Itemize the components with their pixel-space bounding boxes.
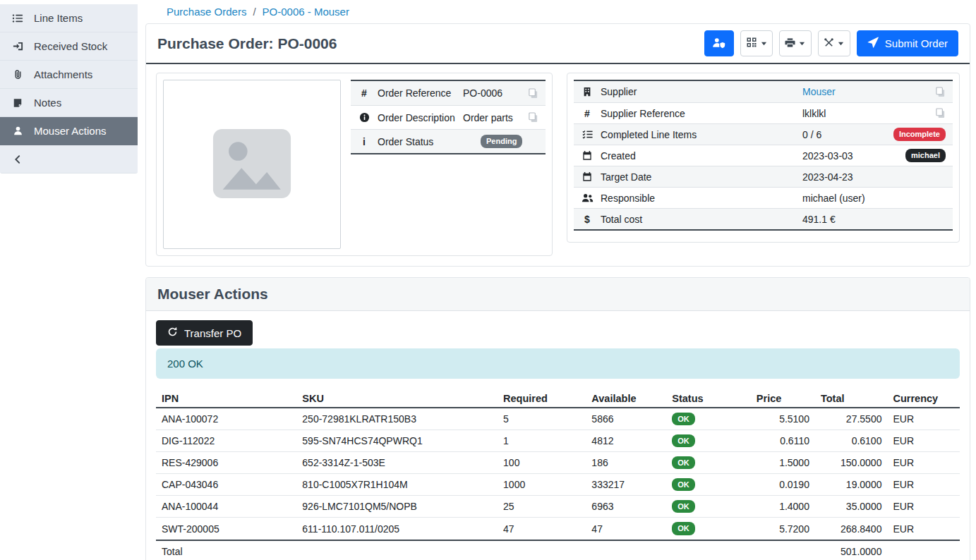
column-header-available: Available [586, 390, 666, 408]
copy-button[interactable] [935, 87, 946, 97]
detail-value: Order parts [463, 112, 521, 123]
breadcrumb: Purchase Orders / PO-0006 - Mouser [145, 0, 976, 23]
page-title: Purchase Order: PO-0006 [157, 35, 337, 52]
cell-total: 268.8400 [815, 518, 888, 540]
column-header-sku: SKU [296, 390, 498, 408]
calendar-icon [581, 150, 594, 161]
cell-status: OK [666, 496, 751, 518]
cell-required: 100 [498, 452, 586, 474]
parts-table-foot: Total501.0000 [156, 540, 960, 560]
cell-sku: 595-SN74HCS74QPWRQ1 [296, 430, 498, 452]
supplier-details-table: SupplierMouser#Supplier Referencelklklkl… [574, 80, 953, 231]
send-icon [867, 37, 879, 50]
supplier-link[interactable]: Mouser [802, 86, 836, 97]
cell-currency: EUR [887, 430, 960, 452]
detail-value: 0 / 6 [802, 129, 886, 140]
paperclip-icon [11, 69, 24, 80]
cell-total: 27.5500 [815, 408, 888, 430]
order-image-placeholder [163, 80, 341, 249]
barcode-actions-button[interactable] [740, 30, 773, 56]
supplier-details-box: SupplierMouser#Supplier Referencelklklkl… [567, 73, 960, 243]
cell-ipn: CAP-043046 [156, 474, 296, 496]
detail-value: michael (user) [802, 193, 946, 204]
column-header-status: Status [666, 390, 751, 408]
transfer-po-button[interactable]: Transfer PO [156, 320, 253, 346]
submit-order-label: Submit Order [885, 37, 948, 49]
cell-ipn: RES-429006 [156, 452, 296, 474]
detail-label: Order Description [378, 112, 456, 123]
cell-sku: 810-C1005X7R1H104M [296, 474, 498, 496]
cell-required: 1 [498, 430, 586, 452]
copy-button[interactable] [528, 112, 538, 123]
status-ok-badge: OK [672, 500, 695, 513]
mouser-actions-panel: Mouser Actions Transfer PO 200 OK IPNSKU… [145, 277, 970, 560]
cell-ipn: ANA-100044 [156, 496, 296, 518]
cell-total: 150.0000 [815, 452, 888, 474]
detail-row: Completed Line Items0 / 6Incomplete [574, 123, 953, 145]
user-actions-button[interactable] [704, 30, 734, 56]
cell-price: 0.6110 [751, 430, 815, 452]
sidebar-item-label: Line Items [34, 12, 83, 24]
detail-label: Responsible [601, 193, 795, 204]
detail-row: Target Date2023-04-23 [574, 166, 953, 187]
status-ok-badge: OK [672, 413, 695, 425]
cell-ipn: ANA-100072 [156, 408, 296, 430]
sidebar-item-mouser-actions[interactable]: Mouser Actions [0, 117, 138, 145]
cell-currency: EUR [887, 474, 960, 496]
order-details-table: #Order ReferencePO-0006Order Description… [351, 80, 546, 154]
list-check-icon [581, 129, 594, 140]
po-header: Purchase Order: PO-0006 [146, 24, 970, 64]
order-summary-box: #Order ReferencePO-0006Order Description… [156, 73, 553, 256]
status-ok-badge: OK [672, 434, 695, 447]
column-header-required: Required [498, 390, 586, 408]
user-shield-icon [712, 37, 725, 51]
total-row: Total501.0000 [156, 540, 960, 560]
tools-icon [824, 37, 834, 50]
detail-label: Total cost [601, 214, 795, 225]
parts-table-head: IPNSKURequiredAvailableStatusPriceTotalC… [156, 390, 960, 408]
sidebar-collapse-button[interactable] [0, 145, 138, 174]
caret-down-icon [799, 40, 805, 47]
order-actions-button[interactable] [818, 30, 850, 56]
cell-required: 5 [498, 408, 586, 430]
column-header-total: Total [815, 390, 888, 408]
detail-label: Supplier Reference [601, 108, 795, 119]
transfer-po-label: Transfer PO [184, 327, 241, 339]
cell-currency: EUR [887, 518, 960, 540]
table-row: RES-429006652-3314Z-1-503E100186OK1.5000… [156, 452, 960, 474]
submit-order-button[interactable]: Submit Order [857, 30, 958, 56]
cell-required: 1000 [498, 474, 586, 496]
breadcrumb-separator: / [253, 6, 255, 18]
cell-price: 5.5100 [751, 408, 815, 430]
refresh-icon [167, 327, 178, 339]
sidebar-item-received-stock[interactable]: Received Stock [0, 32, 138, 61]
detail-row: Created2023-03-03michael [574, 145, 953, 166]
copy-button[interactable] [528, 88, 538, 99]
print-actions-button[interactable] [779, 30, 812, 56]
cell-available: 5866 [586, 408, 666, 430]
breadcrumb-link-current-order[interactable]: PO-0006 - Mouser [263, 6, 349, 18]
order-status-badge: Pending [481, 135, 522, 147]
info-icon: i [358, 137, 370, 147]
parts-table-body: ANA-100072250-72981KLRATR150B355866OK5.5… [156, 408, 960, 540]
column-header-ipn: IPN [156, 390, 296, 408]
copy-button[interactable] [935, 108, 946, 118]
cell-price: 1.4000 [751, 496, 815, 518]
cell-price: 0.0190 [751, 474, 815, 496]
list-icon [11, 13, 24, 24]
sidebar-item-line-items[interactable]: Line Items [0, 4, 138, 32]
breadcrumb-link-purchase-orders[interactable]: Purchase Orders [167, 6, 246, 18]
cell-total: 35.0000 [815, 496, 888, 518]
sidebar-item-notes[interactable]: Notes [0, 89, 138, 117]
detail-label: Order Reference [378, 87, 456, 99]
mouser-actions-body: Transfer PO 200 OK IPNSKURequiredAvailab… [146, 311, 970, 560]
status-ok-badge: OK [672, 478, 695, 491]
sidebar-item-attachments[interactable]: Attachments [0, 61, 138, 89]
purchase-order-panel: Purchase Order: PO-0006 [145, 23, 970, 267]
column-header-currency: Currency [887, 390, 960, 408]
hash-icon: # [358, 88, 370, 98]
caret-down-icon [838, 40, 844, 47]
detail-value: PO-0006 [463, 87, 521, 99]
mouser-actions-title: Mouser Actions [146, 278, 970, 311]
cell-status: OK [666, 430, 751, 452]
